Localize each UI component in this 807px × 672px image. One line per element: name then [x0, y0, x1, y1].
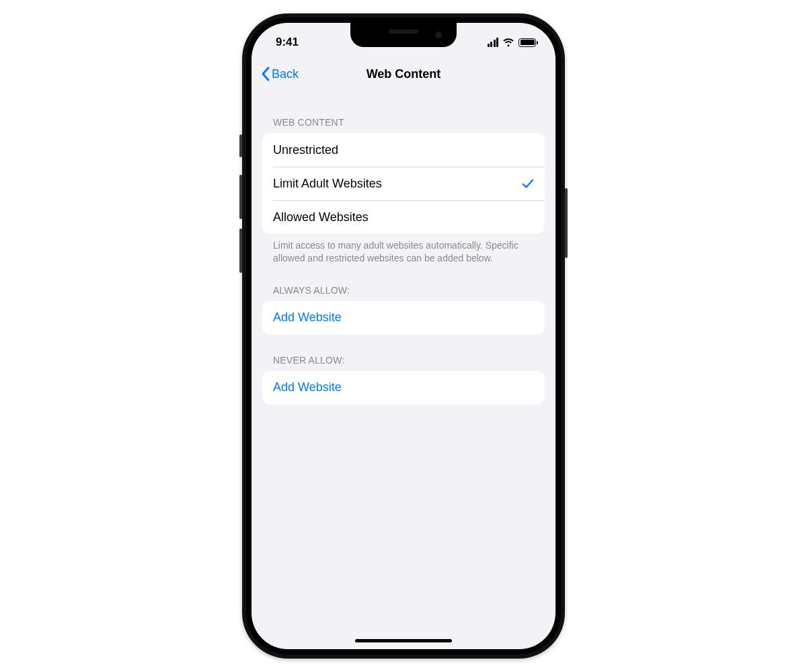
notch — [350, 23, 457, 47]
phone-frame: 9:41 — [242, 13, 565, 659]
wifi-icon — [502, 38, 514, 47]
option-label: Unrestricted — [273, 143, 338, 157]
home-indicator[interactable] — [355, 639, 452, 642]
section-header-web-content: WEB CONTENT — [262, 102, 545, 133]
mute-switch — [239, 134, 242, 157]
page-title: Web Content — [367, 67, 441, 81]
back-button[interactable]: Back — [261, 67, 299, 81]
volume-up-button — [239, 175, 242, 219]
power-button — [565, 188, 568, 258]
option-label: Allowed Websites — [273, 210, 369, 224]
add-website-label: Add Website — [273, 310, 342, 325]
navigation-bar: Back Web Content — [252, 59, 555, 89]
always-allow-list: Add Website — [262, 301, 545, 335]
battery-icon — [518, 38, 538, 47]
chevron-left-icon — [261, 67, 270, 81]
web-content-options-list: Unrestricted Limit Adult Websites Allowe… — [262, 133, 545, 234]
status-indicators — [488, 38, 539, 47]
back-label: Back — [272, 67, 299, 81]
option-allowed-websites[interactable]: Allowed Websites — [262, 200, 545, 234]
screen: 9:41 — [252, 23, 555, 649]
add-website-never-allow[interactable]: Add Website — [262, 371, 545, 405]
volume-down-button — [239, 228, 242, 273]
never-allow-list: Add Website — [262, 371, 545, 405]
section-header-always-allow: ALWAYS ALLOW: — [262, 270, 545, 301]
status-time: 9:41 — [276, 36, 299, 49]
phone-bezel: 9:41 — [246, 17, 561, 655]
front-camera — [435, 32, 442, 38]
option-limit-adult-websites[interactable]: Limit Adult Websites — [262, 167, 545, 200]
web-content-footer: Limit access to many adult websites auto… — [262, 234, 545, 265]
add-website-always-allow[interactable]: Add Website — [262, 301, 545, 335]
content-area: WEB CONTENT Unrestricted Limit Adult Web… — [252, 102, 555, 405]
checkmark-icon — [522, 177, 534, 190]
add-website-label: Add Website — [273, 380, 342, 394]
option-label: Limit Adult Websites — [273, 177, 382, 191]
section-header-never-allow: NEVER ALLOW: — [262, 340, 545, 371]
speaker — [389, 30, 418, 34]
cellular-icon — [488, 38, 499, 47]
option-unrestricted[interactable]: Unrestricted — [262, 133, 545, 167]
